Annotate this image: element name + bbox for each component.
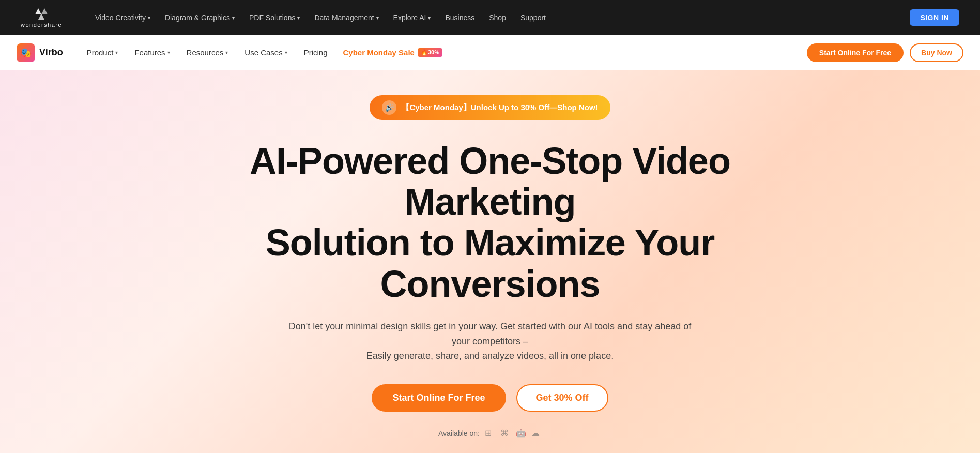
- android-icon: 🤖: [516, 428, 526, 439]
- svg-marker-0: [35, 8, 41, 14]
- cyber-banner[interactable]: 🔊 【Cyber Monday】Unlock Up to 30% Off—Sho…: [370, 95, 610, 120]
- cloud-icon: ☁: [531, 428, 542, 439]
- nav-business[interactable]: Business: [439, 10, 481, 25]
- subnav-resources[interactable]: Resources ▾: [179, 44, 236, 61]
- subnav-right: Start Online For Free Buy Now: [807, 43, 963, 62]
- top-nav-right: SIGN IN: [910, 9, 959, 26]
- hero-buttons: Start Online For Free Get 30% Off: [372, 384, 608, 412]
- nav-explore-ai[interactable]: Explore AI ▾: [387, 10, 437, 25]
- subnav-pricing[interactable]: Pricing: [297, 44, 335, 61]
- virbo-avatar: 🎭: [17, 43, 35, 62]
- top-nav-links: Video Creativity ▾ Diagram & Graphics ▾ …: [89, 10, 893, 25]
- discount-badge: 🔥30%: [418, 48, 442, 57]
- available-on: Available on: ⊞ ⌘ 🤖 ☁: [438, 428, 542, 439]
- start-online-button[interactable]: Start Online For Free: [807, 43, 904, 62]
- platform-icons: ⊞ ⌘ 🤖 ☁: [485, 428, 542, 439]
- hero-discount-button[interactable]: Get 30% Off: [516, 384, 608, 412]
- subnav-features[interactable]: Features ▾: [127, 44, 177, 61]
- nav-support[interactable]: Support: [514, 10, 552, 25]
- nav-pdf-solutions[interactable]: PDF Solutions ▾: [243, 10, 306, 25]
- product-subnav: 🎭 Virbo Product ▾ Features ▾ Resources ▾…: [0, 35, 980, 70]
- nav-diagram-graphics[interactable]: Diagram & Graphics ▾: [159, 10, 241, 25]
- chevron-down-icon: ▾: [167, 50, 170, 55]
- speaker-icon: 🔊: [382, 100, 396, 115]
- hero-section: 🔊 【Cyber Monday】Unlock Up to 30% Off—Sho…: [0, 70, 980, 453]
- chevron-down-icon: ▾: [376, 15, 379, 21]
- wondershare-name: wondershare: [21, 22, 62, 28]
- nav-data-management[interactable]: Data Management ▾: [308, 10, 385, 25]
- virbo-brand[interactable]: 🎭 Virbo: [17, 43, 63, 62]
- nav-video-creativity[interactable]: Video Creativity ▾: [89, 10, 157, 25]
- hero-subtitle: Don't let your minimal design skills get…: [283, 319, 697, 364]
- svg-marker-1: [41, 8, 48, 14]
- signin-button[interactable]: SIGN IN: [910, 9, 959, 26]
- virbo-name: Virbo: [39, 47, 63, 58]
- chevron-down-icon: ▾: [232, 15, 235, 21]
- buy-now-button[interactable]: Buy Now: [910, 43, 963, 62]
- top-navigation: wondershare Video Creativity ▾ Diagram &…: [0, 0, 980, 35]
- chevron-down-icon: ▾: [115, 50, 118, 55]
- cyber-banner-text: 【Cyber Monday】Unlock Up to 30% Off—Shop …: [402, 103, 598, 113]
- chevron-down-icon: ▾: [148, 15, 150, 21]
- wondershare-logo[interactable]: wondershare: [21, 7, 62, 28]
- chevron-down-icon: ▾: [297, 15, 300, 21]
- nav-shop[interactable]: Shop: [483, 10, 512, 25]
- chevron-down-icon: ▾: [225, 50, 228, 55]
- cyber-monday-text: Cyber Monday Sale: [343, 48, 415, 57]
- hero-start-button[interactable]: Start Online For Free: [372, 384, 506, 412]
- windows-icon: ⊞: [485, 428, 495, 439]
- chevron-down-icon: ▾: [428, 15, 431, 21]
- subnav-links: Product ▾ Features ▾ Resources ▾ Use Cas…: [80, 44, 807, 61]
- subnav-product[interactable]: Product ▾: [80, 44, 126, 61]
- chevron-down-icon: ▾: [285, 50, 287, 55]
- cyber-monday-sale[interactable]: Cyber Monday Sale 🔥30%: [337, 45, 449, 60]
- subnav-use-cases[interactable]: Use Cases ▾: [237, 44, 294, 61]
- macos-icon: ⌘: [500, 428, 511, 439]
- hero-title: AI-Powered One-Stop Video Marketing Solu…: [180, 141, 800, 305]
